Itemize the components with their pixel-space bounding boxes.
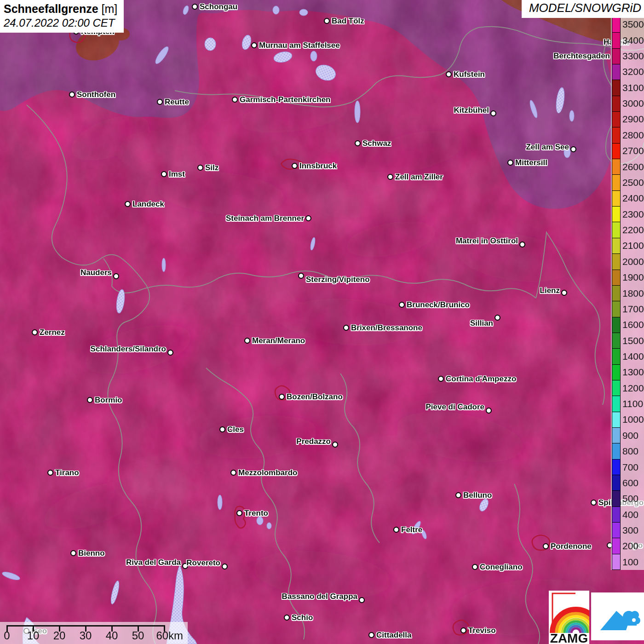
colorbar-segment bbox=[612, 364, 620, 380]
city-dot bbox=[32, 329, 38, 335]
colorbar-tick-label: 2100 bbox=[622, 240, 644, 251]
colorbar-segment bbox=[612, 459, 620, 475]
colorbar-tick-label: 2800 bbox=[622, 130, 644, 141]
city-dot bbox=[324, 18, 330, 24]
city-label: Cortina d'Ampezzo bbox=[446, 374, 516, 384]
city-label: Feltre bbox=[401, 525, 422, 535]
colorbar-tick-label: 200 bbox=[622, 540, 638, 552]
city-dot bbox=[332, 442, 338, 448]
colorbar-tick-label: 2500 bbox=[622, 177, 644, 188]
city-dot bbox=[219, 426, 225, 432]
colorbar-tick-label: 2700 bbox=[622, 145, 644, 156]
scalebar-label: 50 bbox=[132, 629, 144, 642]
colorbar-segment bbox=[612, 333, 620, 348]
city-dot bbox=[251, 42, 257, 48]
colorbar-tick-label: 1100 bbox=[622, 398, 643, 409]
city-label: Cittadella bbox=[376, 631, 412, 640]
scalebar-panel: 0102030405060km bbox=[0, 622, 188, 644]
city-dot bbox=[494, 315, 500, 321]
city-dot bbox=[279, 394, 285, 400]
colorbar-tick-label: 3300 bbox=[622, 51, 644, 62]
city-dot bbox=[387, 174, 393, 180]
city-label: Trento bbox=[244, 509, 268, 518]
city-dot bbox=[230, 470, 236, 476]
city-dot bbox=[519, 242, 525, 247]
city-dot bbox=[343, 325, 349, 331]
model-name-box: MODEL/SNOWGRiD bbox=[522, 0, 644, 18]
colorbar-tick-label: 1400 bbox=[622, 351, 644, 362]
zamg-rainbow-icon: ZAMG bbox=[549, 591, 589, 644]
city-label: Riva del Garda bbox=[126, 558, 181, 567]
city-dot bbox=[355, 140, 361, 146]
colorbar-tick-label: 3500 bbox=[622, 19, 644, 30]
colorbar-segment bbox=[612, 190, 620, 206]
colorbar-tick-label: 1700 bbox=[622, 304, 644, 315]
city-dot bbox=[292, 163, 298, 169]
city-label: Sillian bbox=[470, 319, 493, 328]
city-dot bbox=[570, 146, 576, 152]
city-label: Meran/Merano bbox=[252, 336, 305, 345]
city-dot bbox=[157, 99, 163, 105]
colorbar-tick-label: 2300 bbox=[622, 209, 644, 220]
city-label: Tirano bbox=[55, 468, 79, 477]
city-dot bbox=[70, 550, 76, 556]
colorbar-segment bbox=[612, 348, 620, 364]
city-dot bbox=[298, 273, 304, 279]
city-dot bbox=[561, 290, 567, 296]
colorbar-tick-label: 2000 bbox=[622, 256, 644, 267]
city-label: Innsbruck bbox=[299, 161, 337, 171]
city-dot bbox=[69, 92, 75, 98]
city-dot bbox=[284, 615, 290, 621]
colorbar-segment bbox=[612, 443, 620, 459]
zamg-logo: ZAMG bbox=[549, 591, 589, 644]
city-label: Zell am See bbox=[526, 143, 569, 152]
city-label: Nauders bbox=[80, 268, 112, 277]
colorbar-segment bbox=[612, 238, 620, 253]
colorbar-segment bbox=[612, 17, 620, 32]
colorbar-segment bbox=[612, 96, 620, 111]
city-dot bbox=[460, 627, 466, 633]
colorbar-segment bbox=[612, 380, 620, 396]
city-label: Lienz bbox=[540, 286, 560, 295]
colorbar-segment bbox=[612, 270, 620, 285]
snowgrid-logo bbox=[591, 592, 644, 640]
colorbar-segment bbox=[612, 285, 620, 301]
city-dot bbox=[591, 500, 597, 506]
colorbar-tick-label: 1600 bbox=[622, 319, 644, 330]
colorbar-tick-label: 700 bbox=[622, 462, 638, 473]
city-dot bbox=[167, 350, 173, 356]
map-datetime: 24.07.2022 02:00 CET bbox=[4, 17, 117, 29]
city-label: Sonthofen bbox=[77, 90, 115, 99]
scalebar-label: 40 bbox=[106, 629, 118, 642]
city-dot bbox=[161, 171, 167, 177]
colorbar-segment bbox=[612, 206, 620, 222]
scalebar-label: 10 bbox=[27, 629, 40, 642]
snowgrid-map-page: SchongauBad TölzKemptenMurnau am Staffel… bbox=[0, 0, 644, 644]
colorbar-tick-label: 1300 bbox=[622, 367, 644, 378]
city-dot bbox=[507, 160, 513, 166]
city-label: Bassano del Grappa bbox=[282, 592, 357, 601]
colorbar-tick-label: 1000 bbox=[622, 414, 644, 425]
colorbar-segment bbox=[612, 396, 620, 411]
city-dot bbox=[192, 4, 198, 10]
colorbar-segment bbox=[612, 522, 620, 538]
colorbar-segment bbox=[612, 48, 620, 64]
city-label: Steinach am Brenner bbox=[226, 214, 304, 223]
city-label: Mezzolombardo bbox=[238, 468, 297, 477]
city-label: Matrei in Osttirol bbox=[456, 236, 518, 246]
city-dot bbox=[446, 71, 452, 77]
colorbar-tick-label: 100 bbox=[622, 557, 638, 568]
colorbar-segment bbox=[612, 490, 620, 506]
colorbar-segment bbox=[612, 174, 620, 190]
city-dot bbox=[438, 376, 444, 382]
page-title: Schneefallgrenze [m] bbox=[4, 2, 117, 16]
city-dot bbox=[472, 564, 478, 570]
colorbar-segment bbox=[612, 506, 620, 522]
city-label: Bormio bbox=[95, 396, 122, 405]
colorbar-segment bbox=[612, 475, 620, 490]
city-label: Zell am Ziller bbox=[395, 172, 443, 182]
city-dot bbox=[305, 215, 311, 221]
city-label: Bruneck/Brunico bbox=[407, 300, 470, 310]
colorbar-tick-label: 400 bbox=[622, 509, 638, 520]
colorbar-segment bbox=[612, 317, 620, 333]
